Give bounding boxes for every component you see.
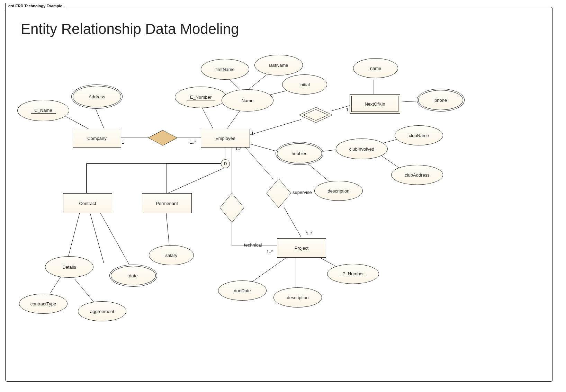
attr-duedate: dueDate <box>218 280 267 301</box>
attr-p-number-label: P_Number <box>339 271 367 277</box>
attr-contracttype: contractType <box>19 294 68 314</box>
attr-name-composite: Name <box>222 89 273 112</box>
attr-clubinvolved: clubInvolved <box>336 139 388 159</box>
card-employee-1m: 1..* <box>190 140 196 145</box>
attr-p-number: P_Number <box>327 264 379 284</box>
attr-hobby-description: description <box>314 181 363 201</box>
card-proj-supervise: 1..* <box>306 231 312 236</box>
role-technical: technical <box>244 242 262 248</box>
attr-firstname: firstName <box>201 59 249 80</box>
attr-address: Address <box>73 86 121 107</box>
entity-company: Company <box>73 129 121 148</box>
card-employee-nok-1: 1 <box>251 131 254 136</box>
attr-nok-name: name <box>353 58 398 78</box>
attr-initial: initial <box>282 74 327 95</box>
diagram-title: Entity Relationship Data Modeling <box>21 21 239 37</box>
attr-date: date <box>111 266 156 285</box>
entity-employee: Employee <box>201 129 250 148</box>
attr-c-name-label: C_Name <box>31 108 55 114</box>
card-company-1: 1 <box>122 140 124 145</box>
attr-clubaddress: clubAddress <box>391 165 443 185</box>
card-proj-tech: 1..* <box>267 249 273 254</box>
attr-hobbies: hobbies <box>277 143 322 163</box>
attr-aggreement: aggreement <box>78 301 126 321</box>
attr-lastname: lastName <box>254 55 303 75</box>
attr-proj-description: description <box>273 287 322 308</box>
role-supervise: supervise <box>293 190 312 195</box>
attr-e-number: E_Number <box>175 87 227 108</box>
card-employee-proj: 1..* <box>235 146 242 151</box>
card-nok-1: 1 <box>346 107 349 112</box>
attr-salary: salary <box>149 245 194 265</box>
attr-details: Details <box>45 256 93 278</box>
entity-project: Project <box>277 238 326 258</box>
attr-e-number-label: E_Number <box>187 95 215 100</box>
attr-clubname: clubName <box>395 125 443 145</box>
attr-c-name: C_Name <box>17 100 69 121</box>
specialization-disjoint: D <box>221 159 230 168</box>
entity-permanent: Permenant <box>142 193 192 213</box>
entity-contract: Contract <box>63 193 112 213</box>
frame-tab: erd ERD Technology Example <box>5 3 67 9</box>
attr-nok-phone: phone <box>418 90 463 110</box>
entity-nextofkin: NextOfKin <box>350 94 400 114</box>
